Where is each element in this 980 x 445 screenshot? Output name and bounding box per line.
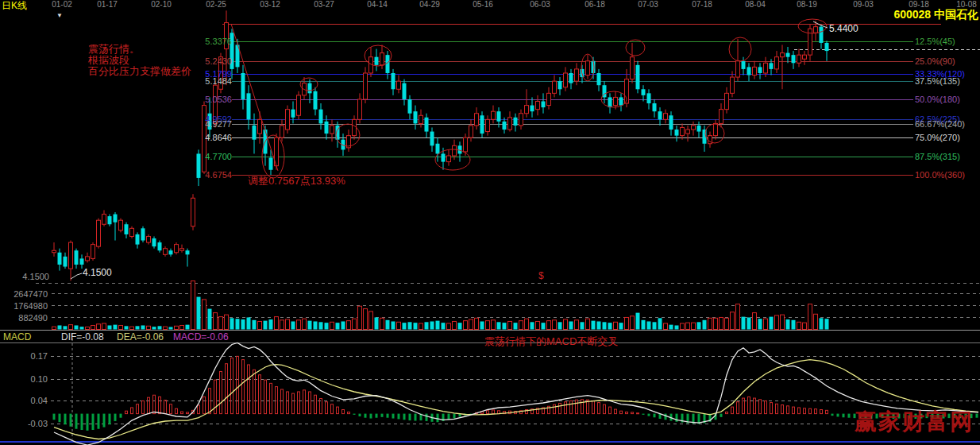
- macd-hist-value: MACD=-0.06: [173, 332, 229, 342]
- stock-chart-app: 日K线 ▼ 600028 中国石化 震荡行情。 根据波段 百分比压力支撑做差价 …: [0, 0, 980, 445]
- fib-percent-label: 37.5%(135): [915, 76, 960, 86]
- strategy-annotation-line2: 根据波段: [88, 55, 191, 66]
- low-price-label: 4.1500: [83, 268, 112, 278]
- macd-dea-value: DEA=-0.06: [117, 332, 164, 342]
- retracement-annotation: 调整0.7567点13.93%: [248, 176, 345, 187]
- fib-percent-label: 66.67%(240): [915, 119, 965, 129]
- high-price-label: 5.4400: [829, 24, 858, 34]
- volume-axis-label: 1764980: [2, 301, 48, 311]
- macd-annotation: 震荡行情下的MACD不断交叉: [484, 336, 618, 347]
- kline-period-label: 日K线: [2, 1, 27, 11]
- macd-axis-label: 0.04: [2, 396, 48, 405]
- low-axis-label: 4.1500: [3, 272, 49, 281]
- x-axis-tick: 08-04: [741, 0, 770, 9]
- fib-price-label: 5.0536: [184, 95, 232, 104]
- x-axis-tick: 07-03: [634, 0, 662, 9]
- fib-percent-label: 25.0%(90): [915, 56, 955, 66]
- x-axis-tick: 01-17: [93, 0, 122, 9]
- macd-axis-label: 0.10: [2, 374, 48, 384]
- x-axis-tick: 01-02: [48, 0, 76, 9]
- x-axis-tick: 04-29: [415, 0, 444, 9]
- fib-price-label: 4.9277: [184, 119, 232, 129]
- strategy-annotation: 震荡行情。 根据波段 百分比压力支撑做差价: [88, 44, 191, 77]
- fib-price-label: 5.2430: [184, 56, 232, 66]
- macd-dif-value: DIF=-0.08: [61, 332, 104, 342]
- stock-code-name-label: 600028 中国石化: [843, 9, 978, 21]
- x-axis-tick: 03-12: [256, 0, 284, 9]
- macd-indicator-label[interactable]: MACD: [3, 332, 31, 342]
- x-axis-tick: 06-03: [526, 0, 554, 9]
- x-axis-tick: 06-18: [581, 0, 609, 9]
- fib-price-label: 5.3376: [184, 37, 232, 46]
- dollar-marker: $: [538, 271, 544, 281]
- strategy-annotation-line1: 震荡行情。: [88, 44, 191, 55]
- fib-price-label: 5.1484: [184, 76, 232, 86]
- macd-axis-label: -0.03: [2, 419, 48, 428]
- x-axis-tick: 02-25: [202, 0, 230, 9]
- volume-axis-label: 882490: [2, 313, 48, 323]
- fib-price-label: 4.6754: [184, 170, 232, 180]
- fib-percent-label: 75.0%(270): [915, 133, 960, 142]
- macd-axis-label: 0.17: [2, 351, 48, 361]
- x-axis-tick: 07-18: [688, 0, 716, 9]
- chevron-down-icon[interactable]: ▼: [56, 13, 63, 20]
- x-axis-tick: 05-16: [469, 0, 497, 9]
- fib-percent-label: 87.5%(315): [915, 152, 960, 161]
- x-axis-tick: 08-19: [793, 0, 821, 9]
- volume-axis-label: 2647470: [2, 289, 48, 299]
- strategy-annotation-line3: 百分比压力支撑做差价: [88, 66, 191, 77]
- fib-percent-label: 12.5%(45): [915, 37, 955, 46]
- fib-price-label: 4.8646: [184, 133, 232, 142]
- x-axis-tick: 02-10: [147, 0, 176, 9]
- fib-percent-label: 50.0%(180): [915, 95, 960, 104]
- x-axis-tick: 09-03: [849, 0, 878, 9]
- x-axis-tick: 10-08: [952, 0, 980, 9]
- site-watermark: 赢家财富网: [855, 410, 974, 435]
- fib-percent-label: 100.0%(360): [915, 170, 965, 180]
- fib-price-label: 4.7700: [184, 152, 232, 161]
- x-axis-tick: 03-27: [310, 0, 338, 9]
- x-axis-tick: 04-14: [363, 0, 392, 9]
- x-axis-tick: 09-18: [905, 0, 933, 9]
